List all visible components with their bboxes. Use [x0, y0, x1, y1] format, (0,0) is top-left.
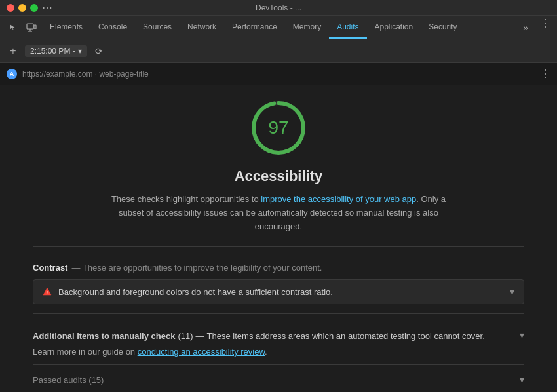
additional-body-text: Learn more in our guide on conducting an…	[33, 345, 520, 359]
additional-header-text: Additional items to manually check (11) …	[33, 330, 520, 358]
tab-bar-left	[3, 16, 42, 39]
tab-audits[interactable]: Audits	[329, 16, 366, 39]
score-section: 97 Accessibility These checks highlight …	[33, 98, 524, 233]
close-button[interactable]	[7, 4, 14, 12]
score-description: These checks highlight opportunities to …	[108, 193, 449, 233]
contrast-header: Contrast — These are opportunities to im…	[33, 256, 524, 279]
contrast-item-text: Background and foreground colors do not …	[58, 287, 333, 297]
time-selector[interactable]: 2:15:00 PM - ▾	[25, 45, 87, 57]
score-circle: 97	[249, 98, 308, 157]
additional-header[interactable]: Additional items to manually check (11) …	[33, 330, 524, 358]
score-desc-link[interactable]: improve the accessibility of your web ap…	[261, 194, 416, 204]
additional-title-count: (11)	[178, 330, 193, 343]
more-tabs-button[interactable]: »	[520, 21, 531, 34]
svg-text:!: !	[47, 290, 48, 295]
score-value: 97	[268, 117, 288, 138]
capture-button[interactable]: ⟳	[92, 45, 106, 58]
title-bar: DevTools - ... ⋯	[0, 0, 557, 16]
additional-title-sep: —	[196, 330, 204, 343]
audit-item-left: ! Background and foreground colors do no…	[43, 287, 510, 297]
passed-audits-count: (15)	[88, 375, 104, 385]
main-content: 97 Accessibility These checks highlight …	[0, 85, 557, 392]
tab-application[interactable]: Application	[367, 16, 421, 39]
passed-audits-title: Passed audits	[33, 375, 86, 385]
url-bar: A https://example.com · web-page-title ⋮	[0, 63, 557, 85]
additional-body-suffix: .	[265, 347, 267, 357]
window-title: DevTools - ...	[256, 3, 301, 12]
warning-icon: !	[43, 287, 52, 296]
url-text: https://example.com · web-page-title	[22, 69, 535, 79]
contrast-title: Contrast	[33, 263, 67, 273]
tab-performance[interactable]: Performance	[224, 16, 285, 39]
contrast-subtitle: — These are opportunities to improve the…	[71, 263, 322, 273]
tab-bar: Elements Console Sources Network Perform…	[0, 16, 557, 39]
additional-chevron-icon: ▾	[520, 330, 524, 340]
divider-additional	[33, 313, 524, 314]
maximize-button[interactable]	[30, 4, 38, 12]
contrast-section: Contrast — These are opportunities to im…	[33, 256, 524, 304]
tab-security[interactable]: Security	[421, 16, 465, 39]
additional-title-bold: Additional items to manually check	[33, 330, 175, 343]
favicon: A	[7, 69, 17, 79]
score-desc-prefix: These checks highlight opportunities to	[111, 194, 261, 204]
divider-contrast	[33, 246, 524, 247]
passed-audits-row[interactable]: Passed audits (15) ▾	[33, 364, 524, 392]
score-title: Accessibility	[235, 168, 323, 185]
tabs-container: Elements Console Sources Network Perform…	[42, 16, 515, 39]
tab-bar-right: »	[515, 16, 536, 39]
favicon-letter: A	[10, 71, 14, 77]
svg-rect-0	[27, 24, 33, 29]
passed-chevron-icon: ▾	[520, 374, 524, 385]
tab-network[interactable]: Network	[180, 16, 224, 39]
address-bar: + 2:15:00 PM - ▾ ⟳	[0, 39, 557, 63]
device-icon[interactable]	[25, 21, 38, 34]
add-recording-button[interactable]: +	[7, 45, 20, 57]
tab-sources[interactable]: Sources	[135, 16, 180, 39]
tab-memory[interactable]: Memory	[285, 16, 329, 39]
traffic-lights	[7, 4, 38, 12]
cursor-icon[interactable]	[7, 21, 20, 34]
dropdown-arrow: ▾	[78, 47, 82, 56]
tab-console[interactable]: Console	[90, 16, 135, 39]
svg-rect-1	[34, 25, 36, 29]
time-value: 2:15:00 PM -	[30, 47, 75, 56]
additional-title-row: Additional items to manually check (11) …	[33, 330, 520, 343]
additional-section: Additional items to manually check (11) …	[33, 323, 524, 364]
tab-elements[interactable]: Elements	[42, 16, 90, 39]
url-more-button[interactable]: ⋮	[540, 68, 550, 80]
menu-button[interactable]: ⋯	[38, 0, 56, 15]
passed-audits-label: Passed audits (15)	[33, 375, 104, 385]
contrast-audit-item[interactable]: ! Background and foreground colors do no…	[33, 279, 524, 304]
additional-title-desc: These items address areas which an autom…	[207, 330, 485, 343]
accessibility-review-link[interactable]: conducting an accessibility review	[138, 347, 265, 357]
additional-body-prefix: Learn more in our guide on	[33, 347, 138, 357]
chevron-down-icon: ▾	[510, 286, 514, 297]
minimize-button[interactable]	[18, 4, 26, 12]
devtools-menu-button[interactable]: ⋮	[536, 16, 554, 39]
